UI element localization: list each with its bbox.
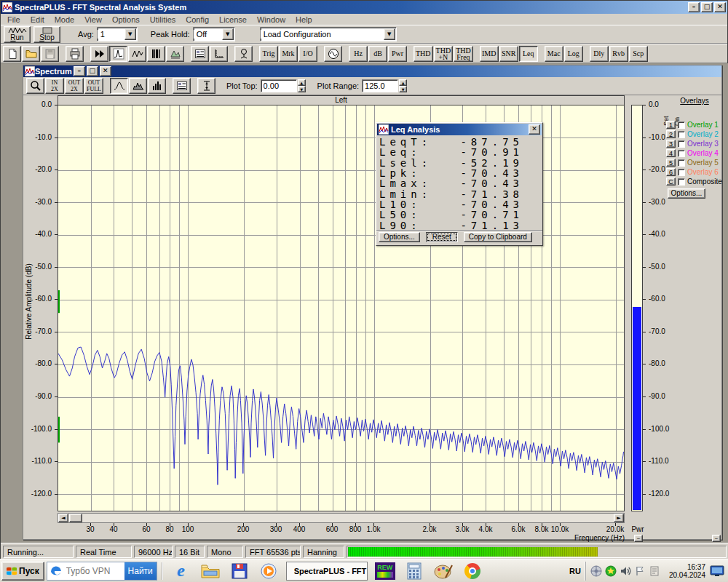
paint-palette-icon[interactable] bbox=[432, 561, 454, 581]
leq-button[interactable]: Leq bbox=[519, 46, 538, 62]
scroll-left-icon[interactable]: ◄ bbox=[58, 514, 68, 522]
overlay-on-checkbox[interactable] bbox=[678, 140, 685, 148]
io-button[interactable]: I/O bbox=[298, 46, 317, 62]
show-desktop-icon[interactable] bbox=[710, 565, 724, 578]
plot-range-spinner[interactable]: ▲ ▼ bbox=[399, 79, 407, 92]
scroll-right-icon[interactable]: ► bbox=[614, 514, 624, 522]
spectrum-view-button[interactable] bbox=[109, 46, 127, 62]
new-file-button[interactable] bbox=[3, 46, 21, 62]
spinner-down-icon[interactable]: ▼ bbox=[399, 86, 407, 92]
taskbar-task-spectraplus[interactable]: SpectraPLUS - FFT ... bbox=[286, 562, 368, 581]
overlay-on-checkbox[interactable] bbox=[678, 178, 685, 186]
spectrum-minimize-button[interactable]: – bbox=[74, 66, 85, 76]
spinner-up-icon[interactable]: ▲ bbox=[298, 79, 306, 86]
spinner-down-icon[interactable]: ▼ bbox=[298, 86, 306, 92]
search-submit-button[interactable]: Найти bbox=[124, 562, 157, 581]
snr-button[interactable]: SNR bbox=[499, 46, 518, 62]
line-plot-button[interactable] bbox=[110, 78, 128, 94]
plot-h-scrollbar[interactable]: ◄ ► bbox=[58, 513, 625, 523]
print-button[interactable] bbox=[66, 46, 84, 62]
leq-close-button[interactable]: ✕ bbox=[529, 124, 540, 135]
open-file-button[interactable] bbox=[22, 46, 40, 62]
plot-options-button[interactable] bbox=[173, 78, 191, 94]
waveform-view-button[interactable] bbox=[128, 46, 146, 62]
overlay-on-checkbox[interactable] bbox=[678, 159, 685, 167]
overlay-on-checkbox[interactable] bbox=[678, 121, 685, 129]
corner-minimize-icon[interactable]: – bbox=[712, 535, 721, 542]
overlay-set-button[interactable]: C bbox=[666, 178, 676, 186]
marker-button[interactable]: Mrk bbox=[279, 46, 298, 62]
zoom-out-2x-button[interactable]: OUT2X bbox=[65, 78, 84, 94]
internet-explorer-icon[interactable]: e bbox=[170, 561, 192, 581]
combo-arrow-icon[interactable]: ▼ bbox=[124, 28, 136, 40]
leq-options-button[interactable]: Options... bbox=[379, 232, 420, 242]
floppy-save-icon[interactable] bbox=[229, 561, 250, 581]
delay-button[interactable]: Dly bbox=[590, 46, 609, 62]
overlay-set-button[interactable]: 5 bbox=[666, 159, 676, 167]
chrome-icon[interactable] bbox=[462, 561, 483, 581]
fast-forward-button[interactable] bbox=[90, 46, 108, 62]
overlay-set-button[interactable]: 1 bbox=[666, 121, 676, 129]
leq-copy-button[interactable]: Copy to Clipboard bbox=[464, 232, 532, 242]
tray-flag-icon[interactable] bbox=[634, 565, 646, 577]
menu-item[interactable]: Help bbox=[290, 15, 317, 25]
scope-button[interactable]: Scp bbox=[629, 46, 648, 62]
plot-top-input[interactable] bbox=[261, 79, 297, 92]
menu-item[interactable]: Mode bbox=[50, 15, 80, 25]
hz-units-button[interactable]: Hz bbox=[349, 46, 368, 62]
leq-reset-button[interactable]: Reset bbox=[426, 232, 458, 242]
overlay-on-checkbox[interactable] bbox=[678, 150, 685, 157]
close-button[interactable]: ✕ bbox=[714, 2, 726, 12]
save-button[interactable] bbox=[41, 46, 59, 62]
overlay-on-checkbox[interactable] bbox=[678, 169, 685, 176]
menu-item[interactable]: Window bbox=[252, 15, 290, 25]
minimize-button[interactable]: – bbox=[688, 2, 700, 12]
surface-view-button[interactable] bbox=[166, 46, 184, 62]
thd-n-button[interactable]: THD+N bbox=[434, 46, 454, 62]
filled-plot-button[interactable] bbox=[129, 78, 147, 94]
menu-item[interactable]: Config bbox=[181, 15, 214, 25]
peak-hold-combo[interactable]: Off ▼ bbox=[193, 27, 235, 41]
zoom-in-2x-button[interactable]: IN2X bbox=[45, 78, 64, 94]
language-indicator[interactable]: RU bbox=[565, 567, 585, 575]
thd-button[interactable]: THD bbox=[414, 46, 433, 62]
imd-button[interactable]: IMD bbox=[480, 46, 499, 62]
spinner-up-icon[interactable]: ▲ bbox=[399, 79, 407, 86]
plot-range-input[interactable] bbox=[362, 79, 398, 92]
reverb-button[interactable]: Rvb bbox=[609, 46, 628, 62]
menu-item[interactable]: License bbox=[214, 15, 252, 25]
combo-arrow-icon[interactable]: ▼ bbox=[384, 28, 395, 40]
spectrum-close-button[interactable]: ✕ bbox=[100, 66, 111, 76]
macro-button[interactable]: Mac bbox=[545, 46, 563, 62]
bar-plot-button[interactable] bbox=[148, 78, 166, 94]
calibration-mic-button[interactable] bbox=[234, 46, 253, 62]
zoom-full-button[interactable]: OUTFULL bbox=[84, 78, 103, 94]
overlay-set-button[interactable]: 6 bbox=[666, 168, 676, 176]
overlay-on-checkbox[interactable] bbox=[678, 131, 685, 138]
scaling-button[interactable] bbox=[210, 46, 228, 62]
maximize-button[interactable]: □ bbox=[701, 2, 713, 12]
avg-combo[interactable]: 1 ▼ bbox=[97, 27, 138, 41]
zoom-select-button[interactable] bbox=[26, 78, 44, 94]
calculator-icon[interactable] bbox=[403, 561, 425, 581]
load-configuration-combo[interactable]: Load Configuration ▼ bbox=[260, 27, 397, 41]
tray-notes-icon[interactable] bbox=[649, 565, 660, 577]
tray-volume-icon[interactable] bbox=[620, 565, 631, 577]
overlay-set-button[interactable]: 2 bbox=[666, 130, 676, 138]
power-bar-minimize-icon[interactable]: – bbox=[634, 535, 643, 542]
combo-arrow-icon[interactable]: ▼ bbox=[222, 28, 234, 40]
spectrum-maximize-button[interactable]: □ bbox=[87, 66, 98, 76]
logging-button[interactable]: Log bbox=[564, 46, 583, 62]
overlay-set-button[interactable]: 3 bbox=[666, 140, 676, 148]
menu-item[interactable]: View bbox=[79, 15, 107, 25]
tray-antivirus-icon[interactable] bbox=[605, 565, 617, 577]
autoscale-button[interactable] bbox=[197, 78, 215, 94]
pwr-units-button[interactable]: Pwr bbox=[388, 46, 407, 62]
stop-button[interactable]: Stop bbox=[33, 26, 60, 43]
start-button[interactable]: Пуск bbox=[1, 562, 44, 581]
rew-app-icon[interactable]: REW bbox=[374, 561, 396, 581]
media-player-icon[interactable] bbox=[258, 561, 280, 581]
overlays-options-button[interactable]: Options... bbox=[668, 188, 705, 199]
signal-generator-button[interactable] bbox=[324, 46, 342, 62]
overlay-set-button[interactable]: 4 bbox=[666, 149, 676, 157]
